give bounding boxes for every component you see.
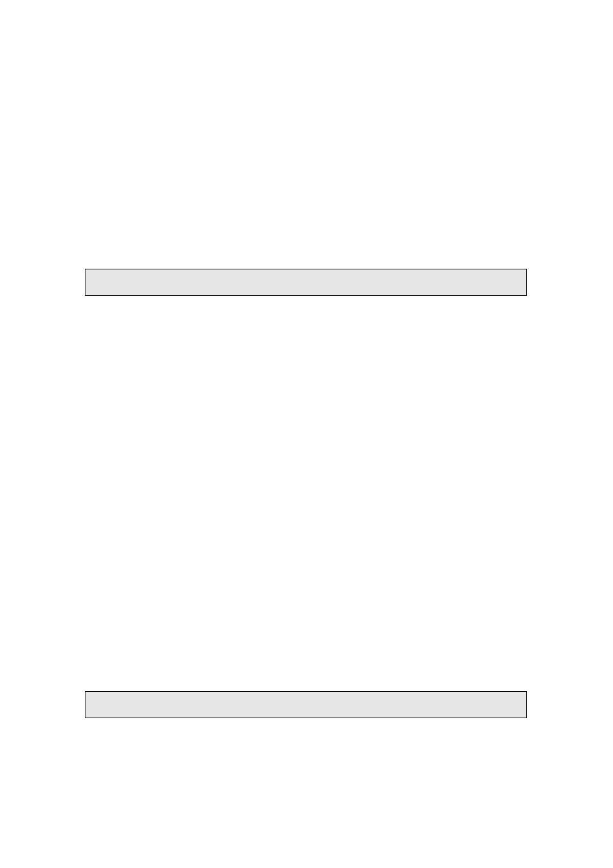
content-box-1 [85, 269, 527, 296]
content-box-2 [85, 691, 527, 718]
